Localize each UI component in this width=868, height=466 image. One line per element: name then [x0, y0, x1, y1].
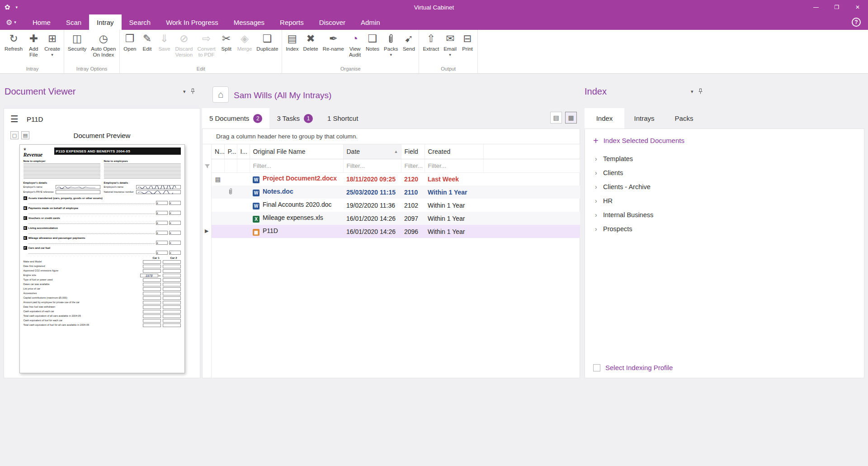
column-header-p[interactable]: P... [224, 144, 237, 159]
filter-cell[interactable]: Filter... [401, 159, 425, 172]
ribbon-button-duplicate[interactable]: ❏Duplicate [254, 30, 280, 52]
thumbnail-view-icon[interactable]: ▤ [21, 131, 29, 139]
preview-toolbar: ▢ ▤ Document Preview [10, 129, 193, 141]
table-row[interactable]: WFinal Accounts 2020.doc19/02/2020 11:36… [212, 199, 580, 212]
menu-tab-admin[interactable]: Admin [353, 14, 388, 30]
file-name-cell: XMileage expenses.xls [250, 212, 343, 225]
section-title: Payments made on behalf of employee [28, 207, 79, 209]
form-car-row: Cash equivalent of each car [24, 310, 181, 314]
table-row[interactable]: XMileage expenses.xls16/01/2020 14:26209… [212, 212, 580, 225]
menu-tab-intray[interactable]: Intray [89, 14, 122, 30]
list-view-icon[interactable]: ▤ [550, 112, 562, 124]
ribbon-button-print[interactable]: ⊟Print [459, 30, 476, 52]
ribbon-button-packs[interactable]: Packs▾ [382, 30, 400, 57]
maximize-button[interactable]: ❐ [826, 0, 847, 14]
form-section-f: FCars and car fuel££ [24, 246, 181, 255]
duplicate-icon: ❏ [263, 32, 272, 45]
index-tree-item-templates[interactable]: ›Templates [585, 152, 864, 166]
ribbon-button-create[interactable]: ⊞Create▾ [42, 30, 62, 57]
ribbon-button-notes[interactable]: ❑Notes [363, 30, 382, 52]
section-title: Cars and car fuel [28, 247, 51, 249]
tab-intrays[interactable]: Intrays [624, 108, 664, 128]
ribbon-button-open[interactable]: ❐Open [121, 30, 138, 52]
column-header-field[interactable]: Field [401, 144, 425, 159]
tab-index[interactable]: Index [585, 108, 624, 128]
ribbon-button-security[interactable]: ◫Security [66, 30, 89, 52]
form-car-row: Date first registered [24, 265, 181, 269]
pin-icon[interactable] [190, 88, 195, 95]
quick-access-chevron-icon[interactable]: ▾ [16, 5, 18, 10]
ribbon-button-email[interactable]: ✉Email▾ [441, 30, 459, 57]
filter-cell [212, 159, 224, 172]
table-row[interactable]: WNotes.doc25/03/2020 11:152110Within 1 Y… [212, 185, 580, 199]
refresh-icon: ↻ [9, 32, 18, 45]
single-page-view-icon[interactable]: ▢ [10, 131, 19, 139]
help-button[interactable]: ? [852, 18, 861, 27]
index-tree-item-hr[interactable]: ›HR [585, 194, 864, 208]
tab-packs[interactable]: Packs [664, 108, 704, 128]
menu-tab-scan[interactable]: Scan [58, 14, 89, 30]
table-row[interactable]: ▦P11D16/01/2020 14:262096Within 1 Year [212, 225, 580, 238]
ribbon-button-re-name[interactable]: ✒Re-name [321, 30, 346, 52]
minimize-button[interactable]: — [806, 0, 826, 14]
ribbon-button-auto-open-on-index[interactable]: ◷Auto Open On Index [89, 30, 118, 58]
document-preview-page[interactable]: ♛ Revenue P11D EXPENSES AND BENEFITS 200… [19, 144, 185, 373]
index-tree-item-clients[interactable]: ›Clients [585, 166, 864, 180]
selected-row-arrow-icon: ▶ [205, 228, 208, 234]
column-header-original-file-name[interactable]: Original File Name [250, 144, 343, 159]
ribbon-button-split[interactable]: ✂Split [218, 30, 235, 52]
close-button[interactable]: ✕ [847, 0, 868, 14]
chevron-down-icon[interactable]: ▾ [183, 89, 186, 95]
form-section-a: AAssets transferred (cars, property, goo… [24, 196, 181, 205]
pin-icon[interactable] [698, 88, 703, 95]
word-doc-icon: W [253, 190, 259, 196]
tab-3-tasks[interactable]: 3 Tasks1 [269, 108, 320, 128]
ribbon-button-add-file[interactable]: ✚Add File [25, 30, 42, 58]
home-button[interactable]: ⌂ [212, 86, 229, 103]
index-tree-item-prospects[interactable]: ›Prospects [585, 222, 864, 236]
tab-5-documents[interactable]: 5 Documents2 [202, 108, 269, 128]
menu-tab-home[interactable]: Home [25, 14, 58, 30]
ribbon-button-edit[interactable]: ✎Edit [138, 30, 156, 52]
form-section-b: BPayments made on behalf of employee££ [24, 206, 181, 215]
ribbon-button-extract[interactable]: ⇧Extract [420, 30, 441, 52]
column-header-date[interactable]: Date▲ [343, 144, 401, 159]
menu-icon[interactable]: ☰ [10, 114, 19, 124]
chevron-down-icon[interactable]: ▾ [691, 89, 693, 95]
menu-tab-reports[interactable]: Reports [272, 14, 311, 30]
tab-1-shortcut[interactable]: 1 Shortcut [320, 108, 365, 128]
column-header-n[interactable]: N... [212, 144, 224, 159]
ribbon-button-send[interactable]: ➹Send [400, 30, 417, 52]
index-tree-item-internal-business[interactable]: ›Internal Business [585, 208, 864, 222]
chevron-right-icon: › [595, 183, 603, 190]
ribbon-button-index[interactable]: ▤Index [283, 30, 301, 52]
menu-tab-messages[interactable]: Messages [226, 14, 272, 30]
filter-funnel-icon[interactable] [204, 163, 210, 171]
group-by-hint[interactable]: Drag a column header here to group by th… [203, 129, 580, 144]
checkbox-icon[interactable] [593, 364, 600, 371]
chevron-right-icon: › [595, 197, 603, 204]
menu-tab-work-in-progress[interactable]: Work In Progress [158, 14, 226, 30]
file-name-cell: WProject Document2.docx [250, 172, 343, 185]
ribbon-button-refresh[interactable]: ↻Refresh [2, 30, 25, 52]
index-selected-documents-button[interactable]: + Index Selected Documents [585, 129, 864, 144]
filter-cell[interactable]: Filter... [425, 159, 483, 172]
filter-cell[interactable]: Filter... [250, 159, 343, 172]
table-row[interactable]: ▤WProject Document2.docx18/11/2020 09:25… [212, 172, 580, 185]
select-indexing-profile[interactable]: Select Indexing Profile [593, 364, 673, 371]
index-tree-item-clients-archive[interactable]: ›Clients - Archive [585, 180, 864, 194]
chevron-down-icon: ▾ [51, 52, 53, 57]
menu-tab-search[interactable]: Search [122, 14, 159, 30]
column-header-created[interactable]: Created [425, 144, 483, 159]
document-viewer-title: Document Viewer [5, 86, 75, 97]
filter-cell[interactable]: Filter... [343, 159, 401, 172]
ribbon-button-view-audit[interactable]: ◔View Audit [346, 30, 363, 58]
column-header-i[interactable]: I... [237, 144, 250, 159]
handwriting [137, 190, 180, 194]
grid-view-icon[interactable]: ▦ [565, 112, 577, 124]
ribbon-button-delete[interactable]: ✖Delete [301, 30, 320, 52]
view-audit-icon: ◔ [352, 32, 358, 45]
app-logo-icon[interactable]: ✿ [5, 3, 10, 11]
settings-menu-button[interactable]: ⚙▾ [0, 14, 22, 30]
menu-tab-discover[interactable]: Discover [311, 14, 353, 30]
